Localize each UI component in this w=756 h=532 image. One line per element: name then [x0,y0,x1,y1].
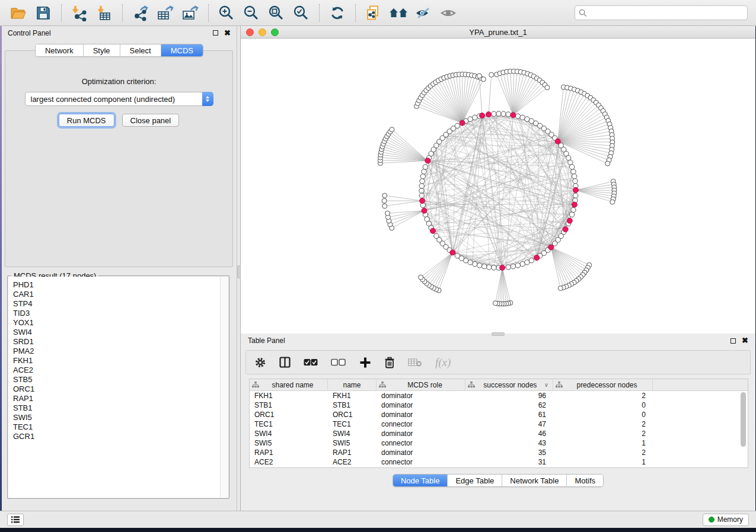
save-session-button[interactable] [33,3,54,23]
close-panel-button[interactable]: Close panel [122,114,180,127]
zoom-fit-button[interactable] [266,3,287,23]
table-cell: 96 [465,391,553,400]
result-node-item[interactable]: GCR1 [13,432,220,441]
zoom-selected-button[interactable] [291,3,312,23]
result-node-item[interactable]: STB5 [13,375,220,384]
table-cell: dominator [377,391,465,400]
result-node-item[interactable]: PMA2 [13,347,220,356]
memory-status-icon [709,517,714,523]
result-node-item[interactable]: STB1 [13,403,220,413]
function-builder-button[interactable]: f(x) [435,356,451,369]
tab-mcds[interactable]: MCDS [161,44,203,56]
result-node-item[interactable]: SRD1 [13,337,220,347]
network-graph-canvas[interactable] [241,39,755,334]
column-header-shared-name[interactable]: shared name [250,379,328,390]
result-node-item[interactable]: SWI5 [13,413,220,422]
delete-column-button[interactable] [384,357,395,368]
toolbar-separator [355,4,356,22]
table-row[interactable]: FKH1FKH1dominator962 [250,391,748,400]
table-header-row: shared namenameMCDS rolesuccessor nodes∨… [250,379,748,391]
table-scrollbar-thumb[interactable] [741,392,746,447]
tab-node-table[interactable]: Node Table [393,475,448,486]
table-cell: 1 [553,438,653,448]
result-node-item[interactable]: STP4 [13,299,220,309]
deselect-all-button[interactable] [331,358,346,366]
trash-icon [384,357,395,368]
column-header-successor-nodes[interactable]: successor nodes∨ [465,379,553,390]
table-cell: TEC1 [250,419,328,429]
task-history-button[interactable] [7,514,24,526]
splitter-handle[interactable] [492,332,505,336]
table-cell: ACE2 [250,457,328,467]
table-row[interactable]: ACE2ACE2connector311 [250,457,748,467]
column-label: predecessor nodes [564,381,650,389]
table-row[interactable]: YOX1YOX1connector291 [250,467,748,468]
export-table-button[interactable] [155,3,176,23]
delete-table-button[interactable] [408,358,422,367]
table-row[interactable]: TEC1TEC1connector472 [250,419,748,429]
float-panel-icon[interactable] [213,30,218,36]
search-input[interactable] [587,9,744,17]
first-neighbors-button[interactable] [388,3,409,23]
result-node-item[interactable]: YOX1 [13,318,220,328]
table-row[interactable]: SWI5SWI5connector431 [250,438,748,448]
run-mcds-button[interactable]: Run MCDS [59,114,114,127]
tab-select[interactable]: Select [120,44,161,56]
column-header-predecessor-nodes[interactable]: predecessor nodes [553,379,653,390]
column-header-MCDS-role[interactable]: MCDS role [377,379,465,390]
select-all-button[interactable] [304,358,318,366]
tab-motifs[interactable]: Motifs [567,475,603,486]
import-network-icon [71,5,88,21]
zoom-out-button[interactable] [241,3,262,23]
close-panel-icon[interactable]: ✖ [224,30,231,36]
column-type-icon [252,382,259,388]
result-node-item[interactable]: PHD1 [13,280,220,290]
show-all-button[interactable] [438,3,459,23]
mcds-result-list: PHD1CAR1STP4TID3YOX1SWI4SRD1PMA2FKH1ACE2… [8,277,220,498]
toolbar-separator [122,4,123,22]
result-node-item[interactable]: RAP1 [13,394,220,403]
tab-edge-table[interactable]: Edge Table [448,475,502,486]
table-row[interactable]: ORC1ORC1dominator610 [250,410,748,419]
import-table-button[interactable] [94,3,115,23]
tab-style[interactable]: Style [84,44,120,56]
table-scrollbar[interactable] [740,392,747,465]
import-network-button[interactable] [69,3,90,23]
column-header-name[interactable]: name [328,379,377,390]
zoom-in-button[interactable] [216,3,237,23]
tab-network-table[interactable]: Network Table [502,475,567,486]
export-network-button[interactable] [130,3,151,23]
column-label: MCDS role [387,381,462,389]
show-column-panel-button[interactable] [279,357,291,368]
export-image-button[interactable] [180,3,201,23]
apply-layout-button[interactable] [327,3,348,23]
hide-selected-button[interactable] [413,3,434,23]
table-cell: 2 [553,419,653,429]
table-cell: 2 [553,448,653,457]
table-row[interactable]: SWI4SWI4dominator462 [250,429,748,438]
table-row[interactable]: RAP1RAP1dominator352 [250,448,748,457]
optimization-criterion-select[interactable]: largest connected component (undirected) [25,92,213,106]
add-column-button[interactable] [359,357,371,368]
result-node-item[interactable]: TEC1 [13,422,220,432]
open-session-button[interactable] [8,3,29,23]
network-window-titlebar[interactable]: YPA_prune.txt_1 [241,26,755,39]
search-field[interactable] [575,5,748,20]
table-options-button[interactable] [254,357,266,368]
float-panel-icon[interactable] [731,338,736,344]
close-panel-icon[interactable]: ✖ [742,338,748,344]
result-node-item[interactable]: SWI4 [13,328,220,337]
result-node-item[interactable]: TID3 [13,309,220,318]
result-node-item[interactable]: CAR1 [13,290,220,299]
memory-button[interactable]: Memory [703,514,749,526]
column-label: successor nodes [476,381,544,389]
result-node-item[interactable]: ORC1 [13,384,220,394]
result-node-item[interactable]: FKH1 [13,356,220,366]
table-row[interactable]: STB1STB1dominator620 [250,400,748,410]
result-node-item[interactable]: ACE2 [13,366,220,375]
clone-network-button[interactable] [363,3,384,23]
result-list-scrollbar[interactable] [220,277,228,498]
status-bar: Memory [0,511,756,528]
tab-network[interactable]: Network [36,44,84,56]
table-panel-title: Table Panel [248,336,285,345]
